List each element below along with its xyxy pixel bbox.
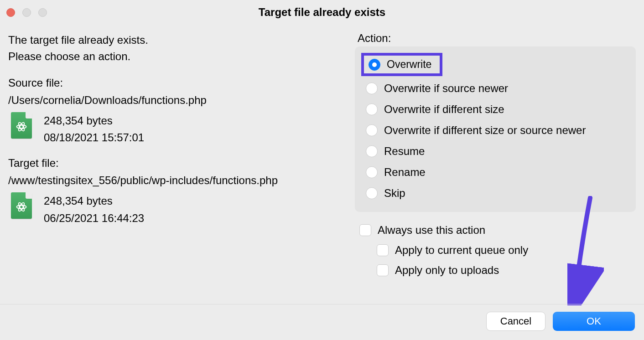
message-line-1: The target file already exists. [8, 32, 346, 48]
source-file-size: 248,354 bytes [44, 112, 144, 129]
minimize-window-icon [22, 8, 31, 17]
ok-button[interactable]: OK [553, 312, 635, 331]
radio-skip[interactable] [366, 187, 378, 199]
target-file-date: 06/25/2021 16:44:23 [44, 210, 144, 227]
radio-resume-label: Resume [384, 145, 425, 158]
dialog-footer: Cancel OK [0, 304, 644, 340]
source-file-meta: 248,354 bytes 08/18/2021 15:57:01 [8, 112, 346, 146]
radio-overwrite-if-newer[interactable] [366, 82, 378, 94]
file-info-panel: The target file already exists. Please c… [8, 32, 346, 280]
radio-overwrite-if-different-size-label: Overwrite if different size [384, 103, 504, 116]
radio-overwrite-if-different-or-newer[interactable] [366, 124, 378, 136]
radio-resume[interactable] [366, 145, 378, 157]
checkbox-apply-uploads-only[interactable] [377, 264, 389, 276]
titlebar: Target file already exists [0, 0, 644, 25]
checkbox-apply-current-queue-label: Apply to current queue only [395, 244, 528, 257]
dialog-message: The target file already exists. Please c… [8, 32, 346, 65]
target-file-path: /www/testingsitex_556/public/wp-includes… [8, 174, 346, 187]
radio-overwrite-highlight: Overwrite [361, 53, 442, 76]
checkbox-apply-current-queue[interactable] [377, 244, 389, 256]
source-file-date: 08/18/2021 15:57:01 [44, 129, 144, 146]
traffic-lights [6, 8, 47, 17]
checkbox-group: Always use this action Apply to current … [355, 220, 636, 280]
radio-overwrite-if-different-size[interactable] [366, 103, 378, 115]
cancel-button[interactable]: Cancel [486, 312, 545, 331]
window-title: Target file already exists [0, 6, 644, 19]
source-file-path: /Users/cornelia/Downloads/functions.php [8, 94, 346, 107]
radio-overwrite-if-newer-label: Overwrite if source newer [384, 82, 508, 95]
action-group: Overwrite Overwrite if source newer Over… [355, 46, 636, 212]
radio-overwrite-label: Overwrite [387, 58, 431, 71]
close-window-icon[interactable] [6, 8, 15, 17]
radio-skip-label: Skip [384, 187, 405, 200]
checkbox-always-use[interactable] [359, 224, 371, 236]
radio-overwrite-if-different-or-newer-label: Overwrite if different size or source ne… [384, 124, 586, 137]
action-group-label: Action: [355, 32, 636, 45]
target-file-meta: 248,354 bytes 06/25/2021 16:44:23 [8, 192, 346, 226]
target-file-label: Target file: [8, 157, 346, 170]
target-file-size: 248,354 bytes [44, 192, 144, 209]
file-icon [11, 112, 32, 139]
radio-rename[interactable] [366, 166, 378, 178]
checkbox-always-use-label: Always use this action [378, 224, 485, 237]
radio-rename-label: Rename [384, 166, 426, 179]
file-icon [11, 192, 32, 219]
zoom-window-icon [38, 8, 47, 17]
checkbox-apply-uploads-only-label: Apply only to uploads [395, 264, 499, 277]
radio-overwrite[interactable] [369, 59, 380, 71]
message-line-2: Please choose an action. [8, 48, 346, 65]
source-file-label: Source file: [8, 77, 346, 89]
